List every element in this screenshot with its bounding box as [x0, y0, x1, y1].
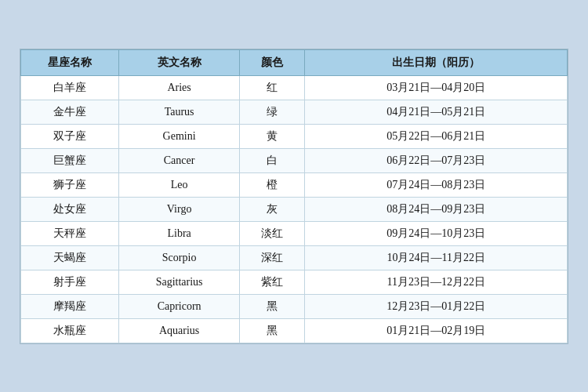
table-row: 天秤座Libra淡红09月24日—10月23日	[21, 221, 568, 245]
cell-date: 05月22日—06月21日	[305, 124, 568, 148]
cell-color: 红	[239, 75, 305, 100]
cell-cn: 天蝎座	[21, 245, 119, 270]
cell-en: Aries	[119, 75, 239, 100]
cell-date: 04月21日—05月21日	[305, 100, 568, 124]
cell-en: Capricorn	[119, 294, 239, 318]
cell-color: 淡红	[239, 221, 305, 245]
cell-cn: 处女座	[21, 197, 119, 221]
table-row: 处女座Virgo灰08月24日—09月23日	[21, 197, 568, 221]
table-row: 白羊座Aries红03月21日—04月20日	[21, 75, 568, 100]
cell-color: 白	[239, 148, 305, 172]
cell-date: 07月24日—08月23日	[305, 172, 568, 197]
header-en: 英文名称	[119, 49, 239, 75]
zodiac-table-wrapper: 星座名称 英文名称 颜色 出生日期（阳历） 白羊座Aries红03月21日—04…	[20, 49, 568, 344]
table-row: 双子座Gemini黄05月22日—06月21日	[21, 124, 568, 148]
table-row: 水瓶座Aquarius黑01月21日—02月19日	[21, 318, 568, 343]
cell-cn: 白羊座	[21, 75, 119, 100]
cell-cn: 射手座	[21, 270, 119, 294]
cell-cn: 狮子座	[21, 172, 119, 197]
cell-date: 01月21日—02月19日	[305, 318, 568, 343]
cell-color: 深红	[239, 245, 305, 270]
cell-en: Scorpio	[119, 245, 239, 270]
cell-color: 紫红	[239, 270, 305, 294]
cell-cn: 天秤座	[21, 221, 119, 245]
cell-en: Virgo	[119, 197, 239, 221]
cell-en: Libra	[119, 221, 239, 245]
cell-cn: 摩羯座	[21, 294, 119, 318]
cell-color: 橙	[239, 172, 305, 197]
cell-date: 11月23日—12月22日	[305, 270, 568, 294]
cell-en: Cancer	[119, 148, 239, 172]
cell-date: 10月24日—11月22日	[305, 245, 568, 270]
cell-date: 08月24日—09月23日	[305, 197, 568, 221]
cell-color: 黑	[239, 294, 305, 318]
cell-color: 黄	[239, 124, 305, 148]
header-date: 出生日期（阳历）	[305, 49, 568, 75]
cell-cn: 金牛座	[21, 100, 119, 124]
cell-cn: 双子座	[21, 124, 119, 148]
table-header-row: 星座名称 英文名称 颜色 出生日期（阳历）	[21, 49, 568, 75]
table-row: 狮子座Leo橙07月24日—08月23日	[21, 172, 568, 197]
cell-date: 12月23日—01月22日	[305, 294, 568, 318]
cell-en: Taurus	[119, 100, 239, 124]
cell-date: 09月24日—10月23日	[305, 221, 568, 245]
cell-en: Leo	[119, 172, 239, 197]
header-cn: 星座名称	[21, 49, 119, 75]
table-row: 摩羯座Capricorn黑12月23日—01月22日	[21, 294, 568, 318]
table-row: 金牛座Taurus绿04月21日—05月21日	[21, 100, 568, 124]
zodiac-table: 星座名称 英文名称 颜色 出生日期（阳历） 白羊座Aries红03月21日—04…	[20, 49, 568, 343]
table-row: 射手座Sagittarius紫红11月23日—12月22日	[21, 270, 568, 294]
cell-date: 03月21日—04月20日	[305, 75, 568, 100]
cell-cn: 巨蟹座	[21, 148, 119, 172]
cell-en: Aquarius	[119, 318, 239, 343]
cell-color: 黑	[239, 318, 305, 343]
table-row: 天蝎座Scorpio深红10月24日—11月22日	[21, 245, 568, 270]
cell-color: 灰	[239, 197, 305, 221]
header-color: 颜色	[239, 49, 305, 75]
cell-en: Sagittarius	[119, 270, 239, 294]
table-row: 巨蟹座Cancer白06月22日—07月23日	[21, 148, 568, 172]
cell-color: 绿	[239, 100, 305, 124]
cell-cn: 水瓶座	[21, 318, 119, 343]
cell-en: Gemini	[119, 124, 239, 148]
cell-date: 06月22日—07月23日	[305, 148, 568, 172]
